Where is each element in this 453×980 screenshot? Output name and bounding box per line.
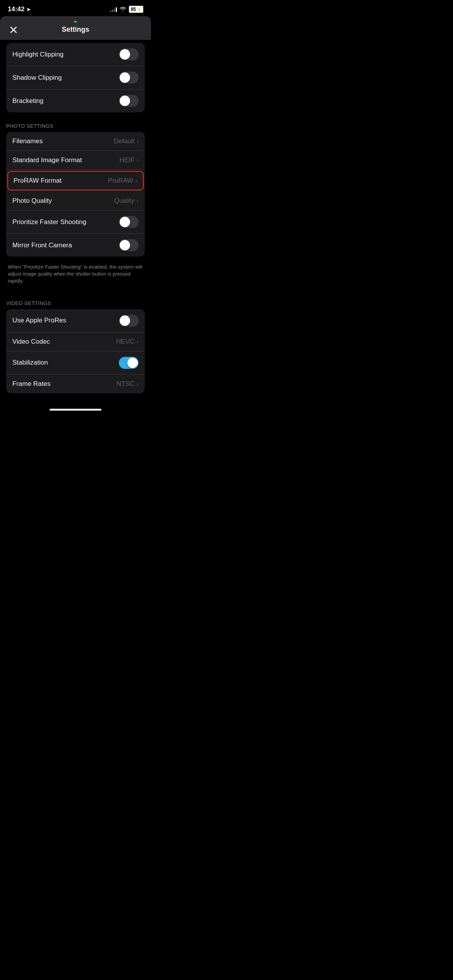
use-apple-prores-row[interactable]: Use Apple ProRes [6,309,145,332]
photo-quality-chevron-icon: › [137,198,139,204]
home-indicator [50,409,101,411]
video-settings-group: Use Apple ProRes Video Codec HEVC › Stab… [6,309,145,393]
prioritize-faster-shooting-toggle[interactable] [119,216,139,228]
filenames-row[interactable]: Filenames Default › [6,132,145,151]
bracketing-label: Bracketing [12,97,43,105]
photo-footer-note: When "Prioritize Faster Shooting" is ena… [0,260,151,293]
frame-rates-value: NTSC [117,380,134,388]
mirror-front-camera-toggle[interactable] [119,239,139,251]
status-right: 85 ⚡ [110,6,143,13]
frame-rates-row[interactable]: Frame Rates NTSC › [6,375,145,393]
shadow-clipping-toggle[interactable] [119,72,139,84]
mirror-front-camera-row[interactable]: Mirror Front Camera [6,234,145,257]
frame-rates-right: NTSC › [117,380,139,388]
photo-section-header: PHOTO SETTINGS [0,115,151,132]
bracketing-row[interactable]: Bracketing [6,89,145,112]
status-time: 14:42 ➤ [8,5,31,13]
proraw-format-label: ProRAW Format [14,177,62,185]
video-section-header: VIDEO SETTINGS [0,293,151,309]
photo-quality-label: Photo Quality [12,197,52,205]
time-label: 14:42 [8,5,24,13]
settings-content: Highlight Clipping Shadow Clipping Brack… [0,40,151,404]
photo-quality-row[interactable]: Photo Quality Quality › [6,192,145,211]
use-apple-prores-toggle[interactable] [119,315,139,327]
photo-settings-group: Filenames Default › Standard Image Forma… [6,132,145,257]
close-button[interactable] [8,24,19,36]
filenames-value: Default [113,137,134,145]
proraw-format-right: ProRAW › [108,177,137,185]
shadow-clipping-label: Shadow Clipping [12,74,62,82]
prioritize-faster-shooting-row[interactable]: Prioritize Faster Shooting [6,211,145,234]
status-bar: 14:42 ➤ 85 ⚡ [0,0,151,16]
highlight-clipping-label: Highlight Clipping [12,51,63,58]
wifi-icon [120,6,126,12]
prioritize-faster-shooting-label: Prioritize Faster Shooting [12,218,86,226]
video-codec-value: HEVC [116,338,134,346]
battery-icon: 85 ⚡ [129,6,143,13]
frame-rates-label: Frame Rates [12,380,50,388]
battery-level: 85 [131,7,136,12]
top-toggles-group: Highlight Clipping Shadow Clipping Brack… [6,43,145,112]
video-codec-right: HEVC › [116,338,139,346]
filenames-right: Default › [113,137,139,145]
mirror-front-camera-label: Mirror Front Camera [12,242,72,249]
standard-image-format-value: HEIF [120,156,135,164]
photo-quality-right: Quality › [114,197,139,205]
use-apple-prores-label: Use Apple ProRes [12,317,66,324]
photo-quality-value: Quality [114,197,134,205]
standard-image-format-right: HEIF › [120,156,139,164]
battery-charging-icon: ⚡ [137,7,141,12]
video-codec-row[interactable]: Video Codec HEVC › [6,332,145,351]
filenames-label: Filenames [12,137,43,145]
signal-icon [110,7,117,12]
stabilization-row[interactable]: Stabilization [6,351,145,375]
standard-image-format-label: Standard Image Format [12,156,82,164]
shadow-clipping-row[interactable]: Shadow Clipping [6,66,145,89]
standard-image-format-row[interactable]: Standard Image Format HEIF › [6,151,145,170]
settings-header: Settings [0,22,151,40]
header-title: Settings [62,26,89,34]
proraw-format-row[interactable]: ProRAW Format ProRAW › [7,171,144,190]
standard-image-format-chevron-icon: › [137,157,139,163]
video-codec-label: Video Codec [12,338,50,346]
highlight-clipping-row[interactable]: Highlight Clipping [6,43,145,66]
stabilization-toggle[interactable] [119,357,139,369]
proraw-format-chevron-icon: › [136,178,137,184]
frame-rates-chevron-icon: › [137,381,139,387]
bracketing-toggle[interactable] [119,95,139,107]
video-codec-chevron-icon: › [137,339,139,345]
proraw-format-value: ProRAW [108,177,134,185]
filenames-chevron-icon: › [137,138,139,144]
stabilization-label: Stabilization [12,359,48,367]
proraw-row-wrapper: ProRAW Format ProRAW › [6,170,145,192]
highlight-clipping-toggle[interactable] [119,48,139,60]
location-icon: ➤ [26,7,31,12]
